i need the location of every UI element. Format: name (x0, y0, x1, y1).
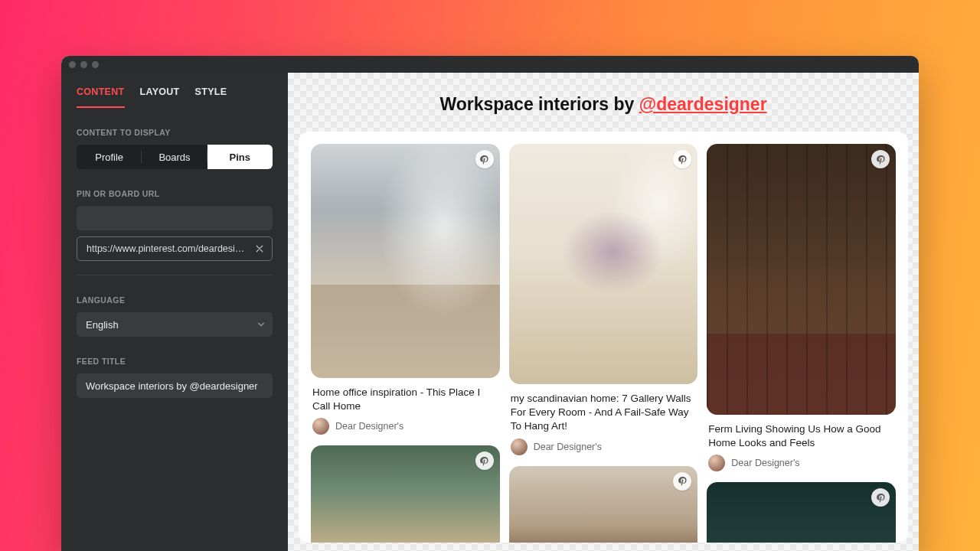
tab-style[interactable]: STYLE (195, 86, 227, 108)
window-titlebar (61, 56, 919, 73)
pinterest-icon (479, 155, 489, 165)
language-select[interactable] (77, 312, 273, 337)
feed-heading-handle-link[interactable]: @deardesigner (639, 94, 767, 114)
pin-title: Ferm Living Showing Us How a Good Home L… (708, 422, 894, 450)
feed-title-input[interactable] (77, 373, 273, 398)
remove-url-button[interactable] (253, 243, 266, 255)
pin-thumbnail (509, 144, 698, 384)
pin-item[interactable]: Home office inspiration - This Place I C… (311, 144, 500, 435)
pin-author[interactable]: Dear Designer's (708, 455, 894, 471)
label-language: LANGUAGE (77, 295, 273, 305)
pin-item[interactable] (707, 482, 896, 543)
pinterest-icon (678, 476, 688, 486)
segment-profile[interactable]: Profile (77, 145, 142, 169)
avatar (312, 418, 329, 435)
pin-thumbnail (707, 144, 896, 415)
pinterest-badge[interactable] (475, 452, 494, 470)
pinterest-icon (876, 155, 886, 165)
masonry-col: Ferm Living Showing Us How a Good Home L… (707, 144, 896, 543)
preview-pane: Workspace interiors by @deardesigner (288, 73, 919, 551)
pin-thumbnail (509, 466, 698, 543)
pinterest-icon (876, 493, 886, 503)
pin-thumbnail (311, 445, 500, 543)
author-name: Dear Designer's (731, 458, 799, 468)
label-pin-url: PIN OR BOARD URL (77, 189, 273, 198)
pin-thumbnail (311, 144, 500, 378)
app-window: CONTENT LAYOUT STYLE CONTENT TO DISPLAY … (61, 56, 919, 551)
divider (77, 275, 273, 276)
pin-url-chip-text: https://www.pinterest.com/deardesigne… (87, 243, 247, 254)
pin-item[interactable] (509, 466, 698, 543)
pinterest-badge[interactable] (871, 150, 890, 168)
close-icon (255, 244, 264, 253)
tab-content[interactable]: CONTENT (77, 86, 125, 108)
pin-url-input[interactable] (77, 206, 273, 230)
traffic-light-close[interactable] (69, 61, 76, 68)
pin-thumbnail (707, 482, 896, 543)
feed-card: Home office inspiration - This Place I C… (299, 132, 908, 543)
pin-title: Home office inspiration - This Place I C… (312, 386, 498, 413)
pinterest-icon (479, 456, 489, 466)
author-name: Dear Designer's (534, 442, 602, 452)
feed-heading-prefix: Workspace interiors by (439, 94, 639, 114)
masonry-col: my scandinavian home: 7 Gallery Walls Fo… (509, 144, 698, 543)
segmented-content-type: Profile Boards Pins (77, 145, 273, 169)
masonry-grid: Home office inspiration - This Place I C… (311, 144, 896, 543)
pinterest-badge[interactable] (475, 150, 494, 168)
segment-pins[interactable]: Pins (207, 145, 273, 169)
pin-author[interactable]: Dear Designer's (312, 418, 498, 435)
feed-heading: Workspace interiors by @deardesigner (288, 73, 919, 132)
pinterest-badge[interactable] (871, 488, 890, 507)
pinterest-icon (678, 155, 688, 165)
traffic-light-zoom[interactable] (92, 61, 99, 68)
pin-item[interactable] (311, 445, 500, 543)
pin-title: my scandinavian home: 7 Gallery Walls Fo… (511, 392, 697, 434)
label-content-to-display: CONTENT TO DISPLAY (77, 128, 273, 137)
tab-layout[interactable]: LAYOUT (140, 86, 180, 108)
pin-url-chip: https://www.pinterest.com/deardesigne… (77, 236, 273, 261)
sidebar-tabs: CONTENT LAYOUT STYLE (77, 86, 273, 108)
avatar (511, 439, 528, 455)
pin-item[interactable]: my scandinavian home: 7 Gallery Walls Fo… (509, 144, 698, 455)
avatar (708, 455, 725, 471)
pin-item[interactable]: Ferm Living Showing Us How a Good Home L… (707, 144, 896, 471)
masonry-col: Home office inspiration - This Place I C… (311, 144, 500, 543)
pinterest-badge[interactable] (673, 150, 691, 168)
author-name: Dear Designer's (335, 421, 403, 432)
settings-sidebar: CONTENT LAYOUT STYLE CONTENT TO DISPLAY … (61, 73, 288, 551)
pin-author[interactable]: Dear Designer's (511, 439, 697, 455)
pinterest-badge[interactable] (673, 472, 691, 491)
traffic-light-minimize[interactable] (80, 61, 87, 68)
label-feed-title: FEED TITLE (77, 357, 273, 366)
segment-boards[interactable]: Boards (142, 145, 207, 169)
